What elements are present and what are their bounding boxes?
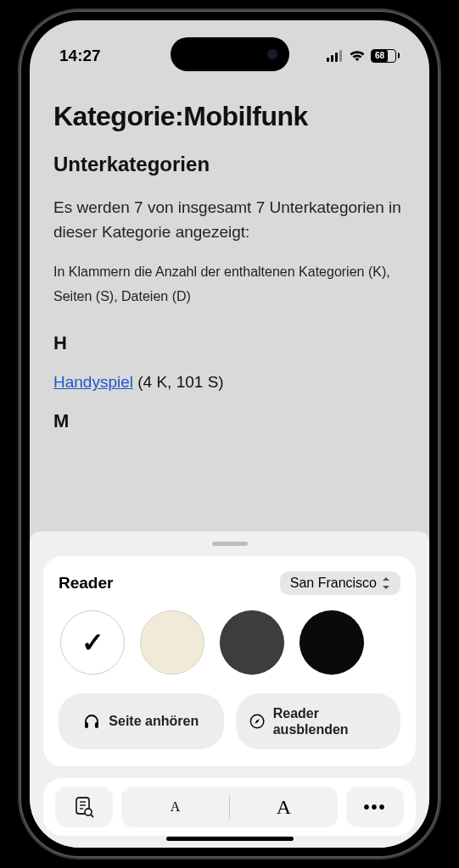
category-link-handyspiel[interactable]: Handyspiel	[53, 373, 133, 391]
check-icon: ✓	[81, 626, 104, 659]
category-entry: Handyspiel (4 K, 101 S)	[53, 373, 406, 392]
compass-icon	[249, 713, 265, 730]
reader-mode-button[interactable]	[55, 787, 113, 827]
font-selector[interactable]: San Francisco	[280, 571, 400, 595]
chevron-up-down-icon	[382, 577, 390, 589]
cellular-icon	[327, 50, 344, 62]
status-right: 68	[327, 49, 400, 63]
intro-text: Es werden 7 von insgesamt 7 Unterkategor…	[53, 195, 406, 245]
svg-point-11	[85, 809, 92, 815]
svg-rect-4	[85, 722, 88, 728]
svg-rect-1	[331, 55, 333, 62]
reader-card: Reader San Francisco ✓ Seite anhören	[43, 556, 416, 766]
font-name: San Francisco	[290, 576, 377, 591]
camera-dot	[267, 49, 277, 59]
theme-white[interactable]: ✓	[60, 610, 125, 675]
letter-heading-h: H	[53, 332, 406, 354]
legend-text: In Klammern die Anzahl der enthaltenen K…	[53, 260, 406, 309]
svg-rect-5	[95, 722, 98, 728]
battery-percent: 68	[372, 50, 388, 62]
battery-indicator: 68	[371, 49, 400, 63]
font-smaller-button[interactable]: A	[121, 799, 229, 815]
bottom-toolbar: A A •••	[43, 778, 416, 836]
svg-rect-2	[335, 53, 338, 62]
reader-sheet: Reader San Francisco ✓ Seite anhören	[30, 531, 429, 848]
clock: 14:27	[59, 47, 101, 65]
reader-actions: Seite anhören Reader ausblenden	[59, 693, 400, 749]
wifi-icon	[349, 50, 366, 62]
headphones-icon	[83, 713, 100, 730]
home-indicator[interactable]	[166, 837, 294, 841]
theme-sepia[interactable]	[140, 610, 204, 675]
font-larger-button[interactable]: A	[230, 796, 338, 819]
dynamic-island	[171, 37, 289, 71]
section-heading: Unterkategorien	[53, 153, 406, 176]
letter-heading-m: M	[53, 410, 406, 432]
theme-black[interactable]	[299, 610, 364, 675]
sheet-grabber[interactable]	[212, 542, 248, 546]
category-meta: (4 K, 101 S)	[133, 373, 224, 391]
svg-rect-3	[339, 50, 342, 62]
theme-gray[interactable]	[220, 610, 284, 675]
phone-frame: 14:27 68 Kategorie:Mobilfunk Unterkatego…	[20, 10, 439, 858]
font-size-segment: A A	[121, 787, 338, 827]
reader-title: Reader	[59, 574, 113, 593]
listen-label: Seite anhören	[109, 713, 199, 729]
more-icon: •••	[363, 798, 386, 817]
screen: 14:27 68 Kategorie:Mobilfunk Unterkatego…	[30, 20, 429, 848]
more-button[interactable]: •••	[346, 787, 404, 827]
hide-reader-button[interactable]: Reader ausblenden	[236, 693, 401, 749]
theme-swatches: ✓	[59, 610, 400, 675]
page-title: Kategorie:Mobilfunk	[53, 101, 406, 132]
listen-button[interactable]: Seite anhören	[59, 693, 224, 749]
hide-label: Reader ausblenden	[273, 705, 387, 737]
doc-search-icon	[74, 796, 94, 818]
svg-line-12	[91, 815, 93, 817]
svg-rect-0	[327, 58, 329, 62]
